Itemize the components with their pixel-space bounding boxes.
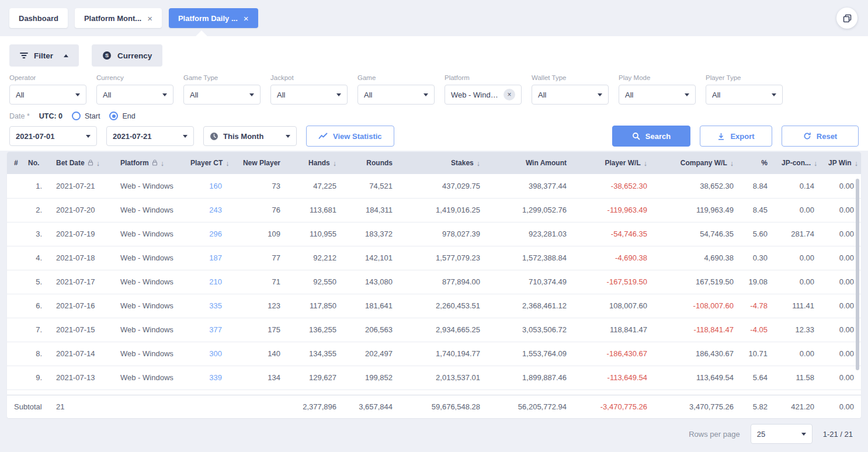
tab-bar: DashboardPlatform Mont...×Platform Daily… [0, 0, 833, 36]
column-header-rounds: Rounds [343, 152, 400, 174]
lock-icon[interactable] [152, 159, 158, 168]
column-header-platform[interactable]: Platform↓ [113, 152, 183, 174]
filter-select-game[interactable]: All [357, 85, 435, 105]
filter-select-operator[interactable]: All [9, 85, 86, 105]
cell-pct: 19.08 [741, 270, 775, 294]
cell-stakes: 877,894.00 [400, 270, 487, 294]
tab-close-icon[interactable]: × [244, 14, 249, 23]
cell-jpCon: 0.00 [775, 342, 821, 366]
player-ct-link[interactable]: 243 [209, 206, 222, 214]
table-row: 7.2021-07-15Web - Windows377175136,25520… [7, 318, 861, 342]
table-row: 3.2021-07-19Web - Windows296109110,95518… [7, 222, 861, 246]
filter-field-platform: PlatformWeb - Windo...× [445, 74, 522, 105]
column-header-stakes[interactable]: Stakes↓ [400, 152, 487, 174]
lock-icon[interactable] [88, 159, 93, 168]
column-header-company-w-l[interactable]: Company W/L↓ [654, 152, 741, 174]
tab-platform-mont[interactable]: Platform Mont...× [75, 8, 162, 28]
cell-pct: 0.30 [741, 246, 775, 270]
player-ct-link[interactable]: 300 [209, 349, 222, 358]
cell-platform: Web - Windows [113, 246, 183, 270]
filter-field-operator: OperatorAll [9, 74, 86, 105]
cell-hands: 134,355 [287, 342, 343, 366]
column-header-jp-win[interactable]: JP Win↓ [821, 152, 861, 174]
currency-button[interactable]: S Currency [92, 44, 162, 67]
sort-desc-icon[interactable]: ↓ [333, 159, 336, 168]
sort-desc-icon[interactable]: ↓ [730, 159, 734, 168]
start-date-select[interactable]: 2021-07-01 [9, 126, 97, 146]
filter-select-game-type[interactable]: All [183, 85, 261, 105]
rows-per-page-value: 25 [757, 430, 765, 439]
cell-companyWL: -118,841.47 [654, 318, 741, 342]
table-body: 1.2021-07-21Web - Windows1607347,22574,5… [7, 174, 861, 418]
column-header-player-w-l[interactable]: Player W/L↓ [574, 152, 654, 174]
cell-playerWL: -113,649.54 [574, 366, 654, 390]
end-date-select[interactable]: 2021-07-21 [106, 126, 194, 146]
filter-select-platform[interactable]: Web - Windo...× [445, 85, 522, 105]
filter-select-wallet-type[interactable]: All [532, 85, 609, 105]
cell-date: 2021-07-14 [49, 342, 113, 366]
player-ct-link[interactable]: 160 [209, 182, 222, 190]
column-header-player-ct[interactable]: Player CT↓ [183, 152, 229, 174]
clear-icon[interactable]: × [504, 89, 515, 100]
sort-desc-icon[interactable]: ↓ [644, 159, 647, 168]
date-preset-select[interactable]: This Month [203, 126, 297, 146]
player-ct-link[interactable]: 377 [209, 325, 222, 334]
cell-pct: 5.60 [741, 222, 775, 246]
chevron-down-icon [772, 93, 776, 96]
filter-fields: OperatorAllCurrencyAllGame TypeAllJackpo… [9, 74, 859, 105]
tab-platform-daily[interactable]: Platform Daily ...× [169, 8, 258, 28]
filter-select-jackpot[interactable]: All [270, 85, 348, 105]
cell-stakes: 1,740,194.77 [400, 342, 487, 366]
filter-field-player-type: Player TypeAll [706, 74, 783, 105]
cell-hands: 92,212 [287, 246, 343, 270]
cell-hash [7, 222, 21, 246]
filter-select-value: All [364, 91, 372, 99]
filter-button[interactable]: Filter [9, 44, 79, 67]
player-ct-link[interactable]: 296 [209, 230, 222, 238]
export-button[interactable]: Export [700, 126, 772, 147]
radio-start[interactable]: Start [72, 112, 100, 120]
sort-desc-icon[interactable]: ↓ [477, 159, 480, 168]
duplicate-view-button[interactable] [836, 8, 857, 29]
column-header-win-amount: Win Amount [487, 152, 574, 174]
column-header-bet-date[interactable]: Bet Date↓ [49, 152, 113, 174]
cell-hash [7, 246, 21, 270]
view-statistic-button[interactable]: View Statistic [306, 126, 394, 147]
cell-no: 3. [21, 222, 49, 246]
tab-close-icon[interactable]: × [147, 14, 152, 23]
cell-jpCon: 111.41 [775, 294, 821, 318]
sort-desc-icon[interactable]: ↓ [814, 159, 817, 168]
cell-date: 2021-07-18 [49, 246, 113, 270]
sort-desc-icon[interactable]: ↓ [225, 159, 229, 168]
sort-desc-icon[interactable]: ↓ [96, 159, 100, 168]
player-ct-link[interactable]: 210 [209, 277, 222, 286]
player-ct-link[interactable]: 339 [209, 373, 222, 382]
table-scrollbar[interactable] [856, 179, 859, 370]
tab-label: Platform Daily ... [178, 14, 238, 23]
filter-field-label: Wallet Type [532, 74, 609, 81]
column-header-jp-con[interactable]: JP-con...↓ [775, 152, 821, 174]
table-row: 2.2021-07-20Web - Windows24376113,681184… [7, 198, 861, 222]
cell-newPlayer: 175 [229, 318, 287, 342]
column-header-hands[interactable]: Hands↓ [287, 152, 343, 174]
reset-button[interactable]: Reset [782, 126, 859, 147]
filter-select-currency[interactable]: All [96, 85, 173, 105]
search-button[interactable]: Search [612, 126, 690, 147]
filter-panel: Filter S Currency OperatorAllCurrencyAll… [0, 36, 868, 151]
player-ct-link[interactable]: 187 [209, 253, 222, 262]
cell-stakes: 437,029.75 [400, 174, 487, 198]
sort-desc-icon[interactable]: ↓ [161, 159, 164, 168]
radio-end[interactable]: End [109, 112, 135, 120]
filter-select-player-type[interactable]: All [706, 85, 783, 105]
cell-hash [7, 174, 21, 198]
cell-winAmount: 2,368,461.12 [487, 294, 574, 318]
tab-dashboard[interactable]: Dashboard [9, 8, 68, 28]
cell-jpCon: 0.00 [775, 246, 821, 270]
clipped-row-cell [7, 390, 861, 395]
player-ct-link[interactable]: 335 [209, 301, 222, 310]
sort-desc-icon[interactable]: ↓ [855, 159, 858, 168]
cell-companyWL: 113,649.54 [654, 366, 741, 390]
cell-jpCon: 12.33 [775, 318, 821, 342]
rows-per-page-select[interactable]: 25 [751, 424, 813, 444]
filter-select-play-mode[interactable]: All [619, 85, 696, 105]
